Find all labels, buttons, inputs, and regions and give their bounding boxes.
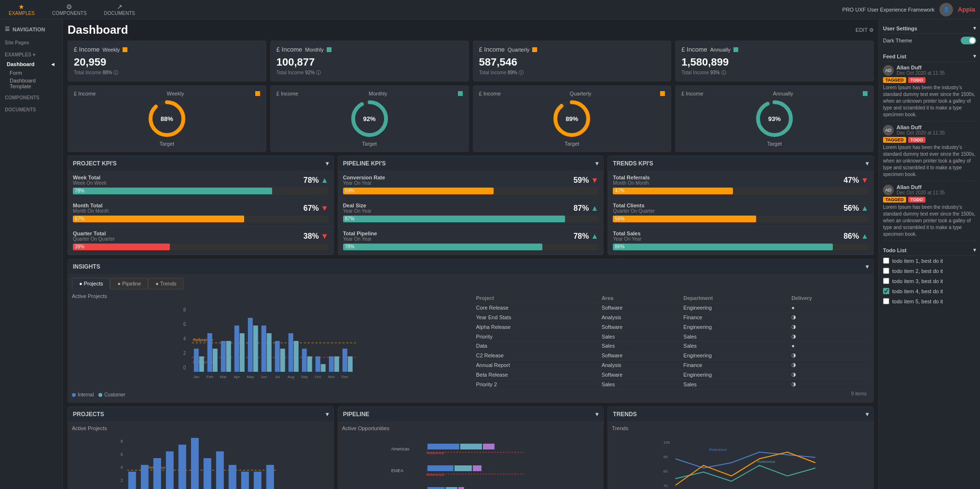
kpi-value-0: 20,959 [74, 56, 260, 68]
svg-rect-41 [302, 349, 307, 372]
donut-wrap-2: 89% [552, 99, 591, 138]
svg-rect-65 [166, 451, 174, 489]
donut-footer-1: Target [362, 141, 377, 147]
chart-title: Active Projects [72, 293, 469, 299]
topbar-left: ★ EXAMPLES ⚙ COMPONENTS ↗ DOCUMENTS [5, 3, 139, 16]
donut-card-0: £ Income Weekly 88% Target [68, 85, 266, 152]
insights-card: INSIGHTS ▾ ● Projects● Pipeline● Trends … [68, 259, 874, 403]
svg-text:Reference: Reference [709, 448, 727, 452]
kpi-header-1: £ Income Monthly [276, 46, 463, 53]
kpi-footer-2: Total Income 89% ⓘ [479, 69, 665, 76]
arrow-up-icon: ▲ [321, 176, 329, 185]
svg-rect-35 [275, 341, 280, 372]
feed-text-0: Lorem Ipsum has been the industry's stan… [883, 84, 976, 118]
examples-section: EXAMPLES ▾ [0, 50, 62, 59]
kpi-mini-1: Month Total Month On Month 67% ▼ 67% [68, 199, 333, 227]
svg-text:4: 4 [183, 336, 186, 341]
user-settings-header[interactable]: User Settings ▾ [883, 23, 976, 34]
svg-rect-81 [266, 465, 274, 489]
arrow-up-icon: ▲ [861, 232, 869, 241]
tab-trends[interactable]: ● Trends [148, 278, 183, 289]
svg-text:Jul: Jul [275, 375, 280, 379]
todo-label-1: todo item 2, best do it [892, 268, 943, 274]
tab-pipeline[interactable]: ● Pipeline [110, 278, 148, 289]
svg-text:Oct: Oct [315, 375, 321, 379]
feed-tags-1: TAGGEDTODO [883, 137, 976, 143]
feed-name-0: Allan Duff [897, 65, 945, 70]
todo-list-header[interactable]: Todo List ▾ [883, 245, 976, 256]
svg-rect-71 [204, 458, 211, 489]
bottom-row: PROJECTS ▾ Active Projects 8 6 4 2 Refer… [68, 407, 874, 489]
svg-rect-73 [216, 451, 224, 489]
table-row: PrioritySalesSales◑ [473, 332, 870, 341]
table-row: Year End StatsAnalysisFinance◑ [473, 312, 870, 322]
todo-checkbox-1[interactable] [883, 268, 889, 274]
insights-collapse[interactable]: ▾ [866, 263, 869, 270]
svg-text:6: 6 [121, 452, 123, 457]
svg-text:0: 0 [183, 365, 186, 370]
kpi-panel-trends-kpi's: TRENDS KPI'S ▾ Total Referrals Month On … [607, 156, 874, 255]
sidebar-item-dashboard-template[interactable]: Dashboard Template [0, 77, 62, 90]
tag-tagged: TAGGED [883, 197, 906, 203]
feed-time-2: Dec Oct 2020 at 11:35 [897, 190, 945, 195]
donut-header-2: £ Income Quarterly [479, 91, 665, 96]
svg-rect-47 [329, 356, 334, 372]
todo-item-4: todo item 5, best do it [883, 296, 976, 306]
svg-rect-61 [141, 465, 149, 489]
kpi-donut-row: £ Income Weekly 88% Target £ Income Mont… [68, 85, 874, 152]
kpi-footer-1: Total Income 92% ⓘ [276, 69, 463, 76]
svg-rect-32 [262, 326, 266, 372]
svg-rect-20 [207, 333, 212, 372]
svg-rect-69 [191, 438, 199, 489]
projects-table: ProjectAreaDepartmentDelivery Core Relea… [473, 293, 870, 389]
feed-list-header[interactable]: Feed List ▾ [883, 51, 976, 62]
todo-item-2: todo item 3, best do it [883, 276, 976, 286]
arrow-up-icon: ▲ [861, 204, 869, 213]
todo-checkbox-4[interactable] [883, 298, 889, 304]
topbar-documents[interactable]: ↗ DOCUMENTS [100, 3, 139, 16]
sidebar-item-form[interactable]: Form [0, 69, 62, 77]
svg-text:Jun: Jun [261, 375, 267, 379]
tab-projects[interactable]: ● Projects [72, 278, 110, 289]
svg-rect-44 [316, 356, 320, 372]
kpi-header-2: £ Income Quarterly [479, 46, 665, 53]
bar-chart: 8 6 4 2 0 Reference Reference Jan [72, 302, 469, 389]
period-label-1: Monthly [305, 47, 324, 53]
topbar-examples[interactable]: ★ EXAMPLES [5, 3, 39, 16]
todo-label-0: todo item 1, best do it [892, 258, 943, 264]
kpi-card-2: £ Income Quarterly 587,546 Total Income … [473, 41, 672, 82]
feed-name-2: Allan Duff [897, 184, 945, 190]
user-settings-section: User Settings ▾ Dark Theme [883, 23, 976, 47]
svg-rect-77 [241, 472, 249, 489]
svg-rect-96 [428, 487, 445, 489]
feed-item-0: AD Allan Duff Dec Oct 2020 at 11:35 TAGG… [883, 62, 976, 122]
todo-checkbox-2[interactable] [883, 278, 889, 284]
svg-rect-21 [213, 349, 218, 372]
arrow-down-icon: ▼ [321, 232, 329, 241]
dark-theme-toggle[interactable] [961, 37, 976, 44]
svg-rect-45 [321, 364, 326, 372]
topbar-components[interactable]: ⚙ COMPONENTS [48, 3, 91, 16]
sidebar: ☰ NAVIGATION Site Pages EXAMPLES ▾ Dashb… [0, 19, 63, 489]
period-label-0: Weekly [102, 47, 120, 53]
nav-header[interactable]: ☰ NAVIGATION [0, 23, 62, 35]
panel-title: PIPELINE KPI'S ▾ [338, 156, 604, 171]
trends-chart: 100 90 80 70 60 MarMayJulSepNovJan Refer… [612, 434, 870, 489]
todo-checkbox-0[interactable] [883, 258, 889, 264]
sidebar-item-dashboard[interactable]: Dashboard ◄ [0, 59, 62, 69]
donut-header-1: £ Income Monthly [276, 91, 463, 96]
edit-button[interactable]: EDIT ⚙ [856, 27, 874, 33]
panel-title: TRENDS KPI'S ▾ [608, 156, 873, 171]
todo-checkbox-3[interactable] [883, 288, 889, 294]
svg-rect-85 [460, 444, 482, 449]
svg-rect-27 [240, 333, 245, 372]
avatar[interactable]: 👤 [939, 3, 953, 16]
svg-text:Americas: Americas [391, 447, 410, 451]
table-row: Core ReleaseSoftwareEngineering● [473, 303, 870, 312]
svg-text:8: 8 [121, 439, 123, 444]
table-row: Annual ReportAnalysisFinance◑ [473, 360, 870, 370]
svg-rect-63 [153, 458, 161, 489]
period-label-3: Annually [710, 47, 731, 53]
tag-todo: TODO [908, 77, 925, 83]
arrow-down-icon: ▼ [591, 176, 599, 185]
